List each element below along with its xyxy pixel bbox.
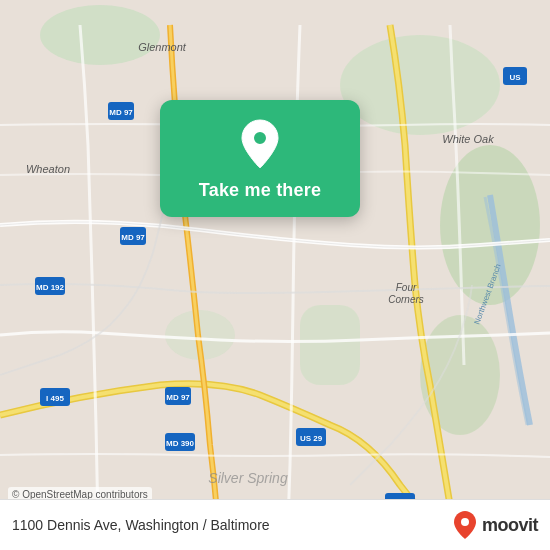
svg-text:MD 390: MD 390 bbox=[166, 439, 195, 448]
map-container: MD 97 MD 97 MD 97 MD 192 I 495 MD 390 US… bbox=[0, 0, 550, 550]
svg-text:I 495: I 495 bbox=[46, 394, 64, 403]
map-roads: MD 97 MD 97 MD 97 MD 192 I 495 MD 390 US… bbox=[0, 0, 550, 550]
take-me-there-button-label: Take me there bbox=[199, 180, 321, 201]
svg-text:Four: Four bbox=[396, 282, 417, 293]
address-label: 1100 Dennis Ave, Washington / Baltimore bbox=[12, 517, 270, 533]
action-card[interactable]: Take me there bbox=[160, 100, 360, 217]
location-pin-icon bbox=[238, 118, 282, 170]
svg-text:White Oak: White Oak bbox=[442, 133, 494, 145]
svg-text:Wheaton: Wheaton bbox=[26, 163, 70, 175]
svg-text:MD 97: MD 97 bbox=[109, 108, 133, 117]
svg-text:US 29: US 29 bbox=[300, 434, 323, 443]
moovit-brand-text: moovit bbox=[482, 515, 538, 536]
svg-text:Glenmont: Glenmont bbox=[138, 41, 187, 53]
svg-text:US: US bbox=[509, 73, 521, 82]
svg-rect-4 bbox=[300, 305, 360, 385]
svg-text:Corners: Corners bbox=[388, 294, 424, 305]
svg-point-32 bbox=[461, 518, 469, 526]
moovit-pin-icon bbox=[452, 510, 478, 540]
pin-icon-container bbox=[234, 118, 286, 170]
bottom-bar: 1100 Dennis Ave, Washington / Baltimore … bbox=[0, 499, 550, 550]
svg-point-0 bbox=[40, 5, 160, 65]
svg-text:Silver Spring: Silver Spring bbox=[208, 470, 288, 486]
svg-point-31 bbox=[253, 131, 267, 145]
svg-text:MD 97: MD 97 bbox=[121, 233, 145, 242]
svg-text:MD 192: MD 192 bbox=[36, 283, 65, 292]
moovit-logo: moovit bbox=[452, 510, 538, 540]
svg-text:MD 97: MD 97 bbox=[166, 393, 190, 402]
svg-point-1 bbox=[340, 35, 500, 135]
